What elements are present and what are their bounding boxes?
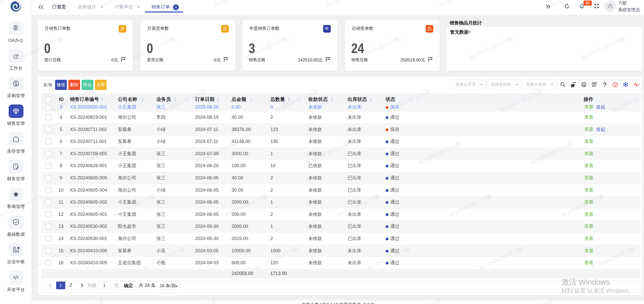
svg-text:?: ? [15,165,16,167]
